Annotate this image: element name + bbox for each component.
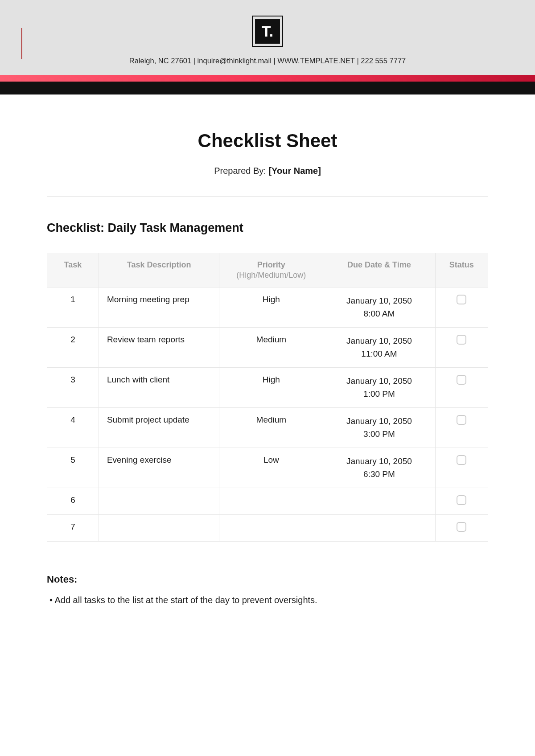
col-header-priority: Priority (High/Medium/Low) (219, 253, 323, 288)
table-row: 6 (47, 488, 488, 515)
logo-box: T. (252, 16, 283, 47)
cell-due-date-time[interactable]: January 10, 20503:00 PM (323, 408, 435, 448)
cell-due-date-time[interactable]: January 10, 20501:00 PM (323, 368, 435, 408)
cell-task-number: 6 (47, 488, 99, 515)
cell-due-date-time[interactable] (323, 488, 435, 515)
divider (47, 196, 488, 197)
cell-task-description[interactable]: Lunch with client (99, 368, 219, 408)
cell-due-date-time[interactable]: January 10, 20508:00 AM (323, 288, 435, 328)
status-checkbox[interactable] (457, 335, 466, 345)
logo-wrap: T. (0, 16, 535, 47)
content-area: Checklist Sheet Prepared By: [Your Name]… (0, 94, 535, 623)
status-checkbox[interactable] (457, 375, 466, 385)
col-header-description: Task Description (99, 253, 219, 288)
col-header-priority-sub: (High/Medium/Low) (225, 271, 317, 280)
col-header-priority-label: Priority (257, 260, 285, 269)
cell-task-description[interactable] (99, 515, 219, 542)
accent-black-bar (0, 82, 535, 94)
cell-priority[interactable] (219, 515, 323, 542)
cell-task-number: 7 (47, 515, 99, 542)
cell-status (435, 368, 488, 408)
col-header-task: Task (47, 253, 99, 288)
cell-task-number: 3 (47, 368, 99, 408)
status-checkbox[interactable] (457, 522, 466, 532)
table-row: 1Morning meeting prepHighJanuary 10, 205… (47, 288, 488, 328)
cell-task-number: 1 (47, 288, 99, 328)
table-row: 7 (47, 515, 488, 542)
contact-line: Raleigh, NC 27601 | inquire@thinklight.m… (0, 57, 535, 75)
cell-status (435, 515, 488, 542)
status-checkbox[interactable] (457, 455, 466, 465)
page-title: Checklist Sheet (47, 130, 488, 152)
table-header-row: Task Task Description Priority (High/Med… (47, 253, 488, 288)
cell-priority[interactable]: Medium (219, 328, 323, 368)
accent-red-bar (0, 75, 535, 82)
cell-status (435, 488, 488, 515)
prepared-by-label: Prepared By: (214, 166, 268, 176)
status-checkbox[interactable] (457, 295, 466, 304)
cell-due-date-time[interactable] (323, 515, 435, 542)
cell-status (435, 408, 488, 448)
cell-priority[interactable]: High (219, 368, 323, 408)
cell-status (435, 288, 488, 328)
table-row: 3Lunch with clientHighJanuary 10, 20501:… (47, 368, 488, 408)
checklist-subtitle: Checklist: Daily Task Management (47, 221, 488, 235)
cell-status (435, 328, 488, 368)
cell-task-number: 4 (47, 408, 99, 448)
cell-due-date-time[interactable]: January 10, 20506:30 PM (323, 448, 435, 488)
cell-task-description[interactable]: Evening exercise (99, 448, 219, 488)
table-row: 4Submit project updateMediumJanuary 10, … (47, 408, 488, 448)
status-checkbox[interactable] (457, 415, 466, 425)
table-row: 5Evening exerciseLowJanuary 10, 20506:30… (47, 448, 488, 488)
cell-due-date-time[interactable]: January 10, 205011:00 AM (323, 328, 435, 368)
cell-task-description[interactable] (99, 488, 219, 515)
cell-priority[interactable]: Low (219, 448, 323, 488)
notes-heading: Notes: (47, 574, 488, 585)
logo-text: T. (255, 19, 280, 44)
cell-status (435, 448, 488, 488)
table-row: 2Review team reportsMediumJanuary 10, 20… (47, 328, 488, 368)
cell-task-number: 5 (47, 448, 99, 488)
notes-section: Notes: Add all tasks to the list at the … (47, 574, 488, 605)
cell-task-description[interactable]: Morning meeting prep (99, 288, 219, 328)
header-area: T. Raleigh, NC 27601 | inquire@thinkligh… (0, 0, 535, 94)
side-accent-marker (21, 28, 22, 59)
checklist-table: Task Task Description Priority (High/Med… (47, 253, 488, 542)
col-header-status: Status (435, 253, 488, 288)
cell-priority[interactable]: High (219, 288, 323, 328)
prepared-by-value[interactable]: [Your Name] (268, 166, 321, 176)
col-header-due: Due Date & Time (323, 253, 435, 288)
status-checkbox[interactable] (457, 495, 466, 505)
cell-task-description[interactable]: Review team reports (99, 328, 219, 368)
note-item: Add all tasks to the list at the start o… (47, 595, 488, 605)
prepared-by-line: Prepared By: [Your Name] (47, 166, 488, 176)
cell-task-description[interactable]: Submit project update (99, 408, 219, 448)
cell-priority[interactable]: Medium (219, 408, 323, 448)
cell-task-number: 2 (47, 328, 99, 368)
cell-priority[interactable] (219, 488, 323, 515)
